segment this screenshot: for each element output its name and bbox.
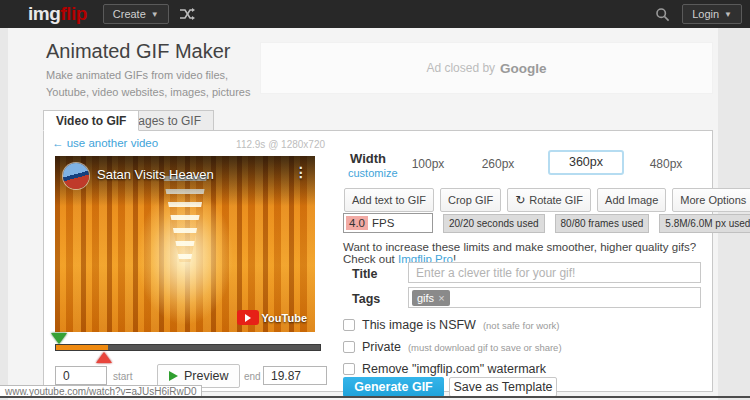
nsfw-label: This image is NSFW	[362, 318, 476, 332]
video-player[interactable]: Satan Visits Heaven ⋮ YouTube	[55, 156, 315, 332]
ad-closed-text: Ad closed by	[426, 61, 495, 75]
play-icon	[169, 371, 178, 381]
shuffle-icon[interactable]	[179, 8, 196, 20]
frames-used-badge: 80/80 frames used	[555, 214, 650, 233]
fps-unit-label: FPS	[372, 217, 394, 229]
customize-width-link[interactable]: customize	[348, 167, 398, 179]
gif-action-buttons: Add text to GIF Crop GIF ↻Rotate GIF Add…	[344, 188, 750, 212]
caret-down-icon: ▼	[724, 10, 732, 19]
tab-video-to-gif[interactable]: Video to GIF	[43, 110, 139, 131]
fps-value-highlighted: 4.0	[346, 216, 368, 230]
preview-button-label: Preview	[184, 369, 228, 383]
use-another-video-link[interactable]: ← use another video	[52, 137, 158, 149]
more-options-label: More Options	[680, 194, 746, 206]
width-option-100px[interactable]: 100px	[406, 157, 450, 171]
video-title: Satan Visits Heaven	[97, 167, 214, 182]
watermark-checkbox[interactable]	[343, 363, 355, 375]
trim-selected-range	[56, 345, 108, 350]
rotate-gif-label: Rotate GIF	[529, 194, 583, 206]
title-label: Title	[352, 267, 377, 281]
end-time-input[interactable]	[263, 366, 327, 385]
width-option-480px[interactable]: 480px	[644, 157, 688, 171]
private-label: Private	[362, 340, 401, 354]
watermark-checkbox-row: Remove "imgflip.com" watermark	[343, 362, 546, 376]
navbar-right: Login ▼	[655, 4, 742, 24]
more-options-button[interactable]: More Options▼	[672, 188, 750, 212]
tag-chip-gifs[interactable]: gifs ×	[412, 290, 450, 306]
login-menu-label: Login	[692, 8, 719, 20]
logo-img-text: img	[28, 3, 60, 24]
width-option-260px[interactable]: 260px	[476, 157, 520, 171]
start-time-input[interactable]	[55, 366, 107, 385]
generate-gif-button[interactable]: Generate GIF	[343, 377, 444, 397]
trim-start-marker[interactable]	[51, 333, 67, 344]
tags-input[interactable]: gifs ×	[408, 287, 701, 308]
ad-slot: Ad closed by Google	[260, 42, 713, 94]
create-menu-button[interactable]: Create ▼	[103, 4, 169, 24]
login-menu-button[interactable]: Login ▼	[682, 4, 742, 24]
private-checkbox-row: Private (must download gif to save or sh…	[343, 340, 562, 354]
crop-gif-label: Crop GIF	[448, 194, 493, 206]
google-logo-text: Google	[500, 61, 547, 76]
page: imgflip Create ▼ Login ▼ Animate	[0, 0, 750, 400]
private-checkbox[interactable]	[343, 341, 355, 353]
search-icon[interactable]	[655, 7, 670, 22]
nsfw-note: (not safe for work)	[483, 320, 560, 331]
page-subtitle: Make animated GIFs from video files, You…	[46, 67, 268, 100]
window-bottom-edge	[0, 396, 750, 398]
tag-remove-icon[interactable]: ×	[438, 292, 444, 304]
youtube-logo-text: YouTube	[262, 312, 307, 324]
trim-end-marker[interactable]	[96, 352, 112, 363]
gif-title-input[interactable]	[408, 262, 701, 283]
start-label: start	[113, 371, 132, 382]
nsfw-checkbox[interactable]	[343, 319, 355, 331]
create-menu-label: Create	[113, 8, 146, 20]
channel-avatar	[63, 163, 89, 189]
trim-track[interactable]	[55, 344, 321, 351]
logo-flip-text: flip	[60, 3, 87, 24]
seconds-used-badge: 20/20 seconds used	[443, 214, 545, 233]
imgflip-logo[interactable]: imgflip	[28, 3, 87, 25]
nsfw-checkbox-row: This image is NSFW (not safe for work)	[343, 318, 559, 332]
width-option-360px-selected[interactable]: 360px	[548, 150, 624, 175]
add-text-button[interactable]: Add text to GIF	[344, 188, 434, 212]
usage-stats-row: 4.0 FPS 20/20 seconds used 80/80 frames …	[343, 213, 750, 233]
add-image-label: Add Image	[605, 194, 658, 206]
watermark-label: Remove "imgflip.com" watermark	[362, 362, 546, 376]
tag-chip-label: gifs	[417, 292, 434, 304]
youtube-play-icon	[237, 310, 259, 325]
width-label: Width	[350, 151, 386, 166]
end-label: end	[244, 371, 261, 382]
top-navbar: imgflip Create ▼ Login ▼	[0, 0, 750, 28]
more-vert-icon[interactable]: ⋮	[294, 164, 308, 180]
crop-gif-button[interactable]: Crop GIF	[440, 188, 501, 212]
video-duration-resolution: 112.9s @ 1280x720	[200, 139, 325, 150]
youtube-logo[interactable]: YouTube	[237, 310, 307, 325]
add-text-label: Add text to GIF	[352, 194, 426, 206]
fps-input[interactable]: 4.0 FPS	[343, 213, 433, 233]
caret-down-icon: ▼	[151, 10, 159, 19]
rotate-icon: ↻	[515, 193, 525, 207]
page-title: Animated GIF Maker	[46, 40, 231, 63]
tags-label: Tags	[352, 292, 380, 306]
pixels-used-badge: 5.8M/6.0M px used	[659, 214, 750, 233]
save-as-template-button[interactable]: Save as Template	[449, 377, 557, 397]
add-image-button[interactable]: Add Image	[597, 188, 666, 212]
private-note: (must download gif to save or share)	[408, 342, 562, 353]
rotate-gif-button[interactable]: ↻Rotate GIF	[507, 188, 591, 212]
